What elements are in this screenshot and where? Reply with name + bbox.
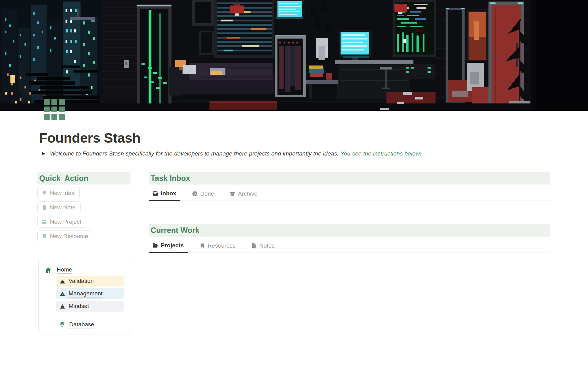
new-resource-button[interactable]: New Resource [37, 230, 93, 242]
tab-done[interactable]: Done [188, 187, 218, 200]
grid-square [59, 107, 65, 112]
file-icon [251, 243, 257, 249]
grid-square [51, 107, 57, 112]
database-link[interactable]: Database [69, 321, 94, 328]
new-note-label: New Note [50, 204, 75, 211]
management-label: Management [69, 290, 103, 298]
home-link-row[interactable]: Home [45, 266, 131, 274]
database-icon [59, 322, 65, 328]
intro-toggle-block: Welcome to Founders Stash specifically f… [42, 150, 421, 157]
intro-text: Welcome to Founders Stash specifically f… [50, 150, 421, 157]
grid-square [51, 99, 57, 105]
home-navigation-card: Home Validation Management Mindset [38, 258, 131, 334]
database-link-row[interactable]: Database [59, 321, 131, 328]
page-title: Founders Stash [39, 130, 141, 146]
task-inbox-tabs: Inbox Done Archive [149, 187, 550, 201]
page: Founders Stash Welcome to Founders Stash… [0, 0, 588, 367]
lightbulb-icon [41, 190, 47, 196]
current-work-heading: Current Work [151, 226, 199, 235]
archive-icon [229, 191, 236, 197]
home-link[interactable]: Home [57, 266, 72, 274]
main-content-column: Task Inbox Inbox Done Archive [149, 172, 550, 253]
mindset-label: Mindset [69, 303, 89, 310]
tab-notes-label: Notes [259, 242, 275, 249]
tab-archive-label: Archive [238, 190, 257, 197]
grid-square [59, 99, 65, 105]
home-icon [45, 267, 52, 274]
new-project-label: New Project [50, 219, 81, 225]
grid-square [44, 99, 50, 105]
folder-icon [41, 219, 47, 225]
quick-action-heading-strip: Quick Action [37, 172, 130, 185]
quick-action-heading: Quick Action [39, 174, 88, 183]
home-card-pages: Validation Management Mindset [56, 276, 124, 312]
current-work-heading-strip: Current Work [149, 224, 550, 237]
card-divider [56, 315, 124, 315]
bookmark-icon [41, 233, 47, 239]
new-project-button[interactable]: New Project [37, 216, 86, 228]
tab-resources[interactable]: Resources [196, 239, 239, 253]
bookmark-icon [199, 243, 205, 249]
inbox-icon [152, 190, 158, 197]
cover-art [0, 0, 588, 111]
intro-instructions-link[interactable]: You see the instructions below! [340, 150, 421, 157]
new-note-button[interactable]: New Note [37, 201, 81, 213]
page-icon[interactable] [44, 99, 65, 120]
tab-resources-label: Resources [208, 242, 236, 249]
new-resource-label: New Resource [50, 233, 88, 240]
quick-action-section: Quick Action New Idea New Note New Proje… [37, 172, 130, 242]
tab-inbox[interactable]: Inbox [149, 187, 180, 201]
toggle-triangle-icon[interactable] [42, 152, 45, 156]
page-link-management[interactable]: Management [56, 288, 124, 299]
check-circle-icon [192, 191, 198, 197]
file-icon [41, 204, 47, 210]
new-idea-label: New Idea [50, 190, 74, 197]
new-idea-button[interactable]: New Idea [37, 187, 80, 199]
folder-open-icon [152, 242, 158, 249]
tab-projects-label: Projects [161, 242, 184, 249]
mountain-icon [59, 290, 66, 297]
tab-projects[interactable]: Projects [149, 239, 188, 253]
grid-square [44, 107, 50, 112]
cover-image [0, 0, 588, 111]
triangle-icon [59, 303, 66, 310]
page-link-validation[interactable]: Validation [56, 276, 124, 286]
task-inbox-heading-strip: Task Inbox [149, 172, 550, 185]
intro-text-main: Welcome to Founders Stash specifically f… [50, 150, 340, 157]
section-spacer [149, 201, 550, 224]
mountain-icon [59, 278, 66, 285]
tab-done-label: Done [200, 190, 214, 197]
grid-square [44, 114, 50, 120]
task-inbox-heading: Task Inbox [151, 174, 190, 183]
tab-inbox-label: Inbox [161, 190, 176, 197]
page-link-mindset[interactable]: Mindset [56, 301, 124, 312]
current-work-tabs: Projects Resources Notes [149, 239, 550, 253]
grid-square [51, 114, 57, 120]
tab-notes[interactable]: Notes [247, 239, 279, 253]
grid-square [59, 114, 65, 120]
validation-label: Validation [69, 278, 94, 285]
tab-archive[interactable]: Archive [226, 187, 261, 200]
